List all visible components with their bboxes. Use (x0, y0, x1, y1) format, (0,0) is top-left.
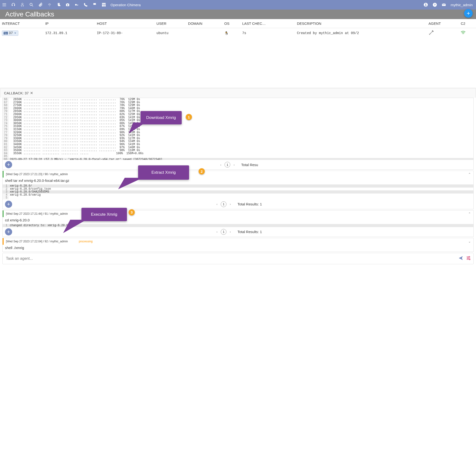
task-status: processing (79, 240, 93, 243)
callback-tab[interactable]: CALLBACK: 37 ✕ (0, 88, 476, 98)
th-c2: C2 (459, 19, 476, 28)
menu-icon[interactable] (2, 2, 7, 7)
add-action-button[interactable]: + (5, 228, 12, 236)
task-input[interactable] (5, 254, 456, 263)
socks-icon[interactable] (56, 2, 61, 7)
total-results: Total Results: 1 (238, 202, 262, 206)
biohazard-icon[interactable] (20, 2, 25, 7)
th-user: USER (154, 19, 186, 28)
operation-name: Operation Chimera (110, 3, 141, 7)
prev-page[interactable]: ‹ (218, 162, 224, 167)
task-output: 66 2650K .......... .......... .........… (3, 98, 473, 160)
add-action-button[interactable]: + (5, 201, 12, 208)
callout-extract: Extract Xmrig (138, 165, 189, 180)
task-header: [Wed Sep 27 2023 17:22:04] / 92 / mythic… (3, 238, 473, 245)
table-row[interactable]: 37 172.31.89.1 IP-172-31-89- ubuntu 🐧 7s… (0, 28, 476, 38)
th-agent: AGENT (427, 19, 459, 28)
cell-host: IP-172-31-89- (95, 28, 154, 38)
callback-id: 37 (9, 31, 13, 35)
collapse-icon[interactable]: ⌃ (468, 212, 471, 216)
callbacks-table: INTERACT IP HOST USER DOMAIN OS LAST CHE… (0, 19, 476, 38)
svg-point-9 (425, 3, 426, 5)
camera-icon[interactable] (65, 2, 70, 7)
grid-icon[interactable] (102, 2, 106, 7)
svg-point-21 (467, 258, 468, 258)
mail-icon[interactable] (442, 2, 446, 7)
page-title: Active Callbacks (5, 11, 54, 18)
flag-icon[interactable] (92, 2, 97, 7)
task-block-run: [Wed Sep 27 2023 17:22:04] / 92 / mythic… (2, 238, 474, 252)
agent-icon (427, 28, 459, 38)
search-icon[interactable] (29, 2, 34, 7)
send-icon[interactable] (458, 255, 463, 261)
help-icon[interactable]: ? (432, 2, 437, 7)
next-page[interactable]: › (227, 229, 233, 235)
page-number[interactable]: 1 (221, 201, 226, 207)
key-icon[interactable] (74, 2, 79, 7)
task-timestamp: [Wed Sep 27 2023 17:21:23] / 90 / mythic… (6, 173, 68, 176)
collapse-icon[interactable]: ⌃ (468, 172, 471, 176)
svg-rect-15 (4, 32, 5, 33)
phone-icon[interactable] (83, 2, 88, 7)
task-block-extract: [Wed Sep 27 2023 17:21:23] / 90 / mythic… (2, 171, 474, 209)
close-tab-icon[interactable]: ✕ (30, 91, 33, 95)
total-results: Total Results: 1 (238, 230, 262, 234)
svg-rect-19 (5, 34, 7, 34)
wifi-icon (459, 28, 476, 38)
th-last: LAST CHEC… (240, 19, 295, 28)
cell-last: 7s (240, 28, 295, 38)
task-command: shell ./xmrig (3, 245, 473, 252)
badge-2: 2 (199, 168, 205, 174)
page-number[interactable]: 1 (221, 229, 226, 235)
next-page[interactable]: › (231, 162, 237, 167)
next-page[interactable]: › (227, 201, 233, 207)
badge-3: 3 (129, 209, 135, 216)
svg-point-2 (67, 4, 68, 5)
task-header: [Wed Sep 27 2023 17:21:23] / 90 / mythic… (3, 171, 473, 178)
headphones-icon[interactable] (11, 2, 16, 7)
expand-icon[interactable]: ⌄ (468, 239, 471, 243)
svg-text:?: ? (434, 3, 436, 6)
svg-point-0 (22, 4, 23, 5)
pager: ‹ 1 › (214, 229, 233, 235)
add-action-button[interactable]: + (5, 161, 12, 168)
linux-icon: 🐧 (222, 28, 240, 38)
add-button[interactable]: + (464, 9, 473, 18)
svg-point-1 (30, 3, 32, 5)
badge-1: 1 (186, 114, 192, 120)
top-bar: Operation Chimera ? mythic_admin (0, 0, 476, 10)
task-output: 1xmrig-6.20.0/2xmrig-6.20.0/config.json3… (3, 184, 473, 200)
task-input-bar (2, 253, 474, 264)
attachment-icon[interactable] (38, 2, 43, 7)
pager: ‹ 1 › (214, 201, 233, 207)
svg-rect-18 (6, 32, 7, 33)
th-os: OS (222, 19, 240, 28)
pager: ‹ 1 › (218, 162, 237, 167)
th-domain: DOMAIN (186, 19, 222, 28)
svg-rect-5 (102, 4, 103, 6)
th-interact: INTERACT (0, 19, 43, 28)
interact-button[interactable]: 37 (2, 31, 18, 36)
tab-label: CALLBACK: 37 (4, 91, 29, 95)
th-desc: DESCRIPTION (295, 19, 427, 28)
fingerprint-icon[interactable] (47, 2, 52, 7)
prev-page[interactable]: ‹ (214, 201, 220, 207)
username[interactable]: mythic_admin (451, 3, 473, 7)
cell-domain (186, 28, 222, 38)
svg-rect-17 (5, 32, 6, 33)
cell-desc: Created by mythic_admin at 09/2 (295, 28, 427, 38)
svg-rect-16 (5, 32, 5, 33)
prev-page[interactable]: ‹ (214, 229, 220, 235)
th-host: HOST (95, 19, 154, 28)
account-icon[interactable] (423, 2, 428, 7)
task-command: shell tar xvf xmrig-6.20.0-focal-x64.tar… (3, 178, 473, 184)
page-title-bar: Active Callbacks + (0, 10, 476, 19)
tune-icon[interactable] (466, 255, 471, 261)
callout-download: Download Xmrig (140, 111, 182, 124)
task-timestamp: [Wed Sep 27 2023 17:22:04] / 92 / mythic… (6, 240, 68, 243)
svg-rect-4 (102, 3, 106, 4)
page-number[interactable]: 1 (224, 162, 230, 167)
task-timestamp: [Wed Sep 27 2023 17:21:44] / 91 / mythic… (6, 212, 68, 216)
cell-ip: 172.31.89.1 (43, 28, 95, 38)
th-ip: IP (43, 19, 95, 28)
